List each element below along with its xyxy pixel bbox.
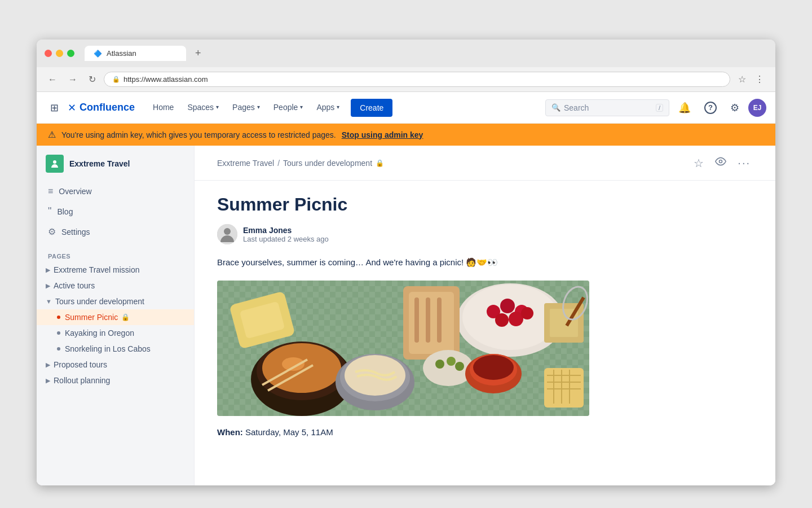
svg-rect-26 (437, 297, 442, 343)
browser-toolbar-actions: ☆ ⋮ (735, 72, 767, 87)
more-button[interactable]: ⋮ (752, 72, 767, 87)
breadcrumb-page[interactable]: Tours under development (283, 159, 372, 168)
tab-title: Atlassian (107, 49, 136, 58)
page-active-tours-label: Active tours (54, 281, 95, 290)
breadcrumb-space[interactable]: Exxtreme Travel (217, 159, 274, 168)
svg-point-31 (447, 357, 456, 366)
page-rollout-label: Rollout planning (54, 376, 110, 385)
browser-tab[interactable]: 🔷 Atlassian (85, 46, 186, 61)
tab-bar: 🔷 Atlassian + (85, 45, 767, 62)
watch-page-button[interactable] (713, 154, 729, 172)
svg-point-17 (500, 299, 515, 313)
blog-label: Blog (57, 207, 73, 216)
page-proposed-label: Proposed tours (54, 360, 107, 369)
chevron-right-icon: ▶ (46, 282, 50, 290)
svg-point-32 (455, 362, 464, 371)
sidebar-page-tours-dev[interactable]: ▼ Tours under development (37, 294, 194, 309)
blog-icon: " (48, 205, 51, 217)
browser-toolbar: ← → ↻ 🔒 https://www.atlassian.com ☆ ⋮ (37, 67, 775, 92)
new-tab-button[interactable]: + (191, 45, 206, 62)
create-button[interactable]: Create (351, 99, 392, 117)
top-nav: ⊞ ✕ Confluence Home Spaces ▾ Pages ▾ Peo (37, 92, 775, 124)
confluence-logo-icon: ✕ (68, 102, 76, 114)
svg-point-19 (495, 313, 509, 327)
sidebar-page-active-tours[interactable]: ▶ Active tours (37, 278, 194, 294)
star-page-button[interactable]: ☆ (691, 154, 706, 172)
help-button[interactable]: ? (700, 97, 721, 119)
traffic-light-red[interactable] (45, 50, 52, 57)
traffic-light-yellow[interactable] (56, 50, 63, 57)
nav-item-spaces[interactable]: Spaces ▾ (180, 92, 226, 124)
traffic-lights (45, 50, 74, 57)
sidebar-item-blog[interactable]: " Blog (37, 201, 194, 222)
more-options-button[interactable]: ··· (735, 154, 753, 172)
nav-item-apps[interactable]: Apps ▾ (310, 92, 346, 124)
chevron-right-icon: ▶ (46, 361, 50, 369)
pages-chevron-icon: ▾ (257, 104, 260, 110)
page-kayaking-label: Kayaking in Oregon (65, 329, 134, 338)
breadcrumb: Exxtreme Travel / Tours under developmen… (217, 159, 384, 168)
page-mission-label: Exxtreme Travel mission (54, 265, 139, 274)
reload-button[interactable]: ↻ (85, 72, 99, 87)
svg-point-1 (720, 160, 722, 163)
nav-item-pages[interactable]: Pages ▾ (226, 92, 267, 124)
sidebar-space-icon (46, 155, 64, 173)
tab-favicon: 🔷 (94, 50, 102, 58)
pages-section-label: PAGES (37, 246, 194, 262)
overview-label: Overview (59, 187, 91, 196)
article-meta: Emma Jones Last updated 2 weeks ago (217, 224, 657, 244)
notifications-button[interactable]: 🔔 (674, 97, 695, 119)
sidebar-pages: ▶ Exxtreme Travel mission ▶ Active tours… (37, 262, 194, 388)
svg-point-37 (473, 355, 514, 380)
search-slash-shortcut: / (656, 104, 663, 112)
admin-banner-message: You're using admin key, which gives you … (61, 130, 336, 139)
svg-rect-25 (426, 297, 430, 343)
address-bar[interactable]: 🔒 https://www.atlassian.com (104, 72, 730, 87)
svg-point-21 (521, 307, 533, 319)
bookmark-button[interactable]: ☆ (735, 72, 749, 87)
sidebar-space-header[interactable]: Exxtreme Travel (37, 146, 194, 177)
apps-grid-icon[interactable]: ⊞ (46, 97, 63, 119)
search-box[interactable]: 🔍 Search / (545, 99, 669, 116)
back-button[interactable]: ← (45, 72, 60, 87)
sidebar-space-name: Exxtreme Travel (69, 159, 130, 168)
sidebar-page-rollout[interactable]: ▶ Rollout planning (37, 373, 194, 388)
svg-point-29 (423, 350, 474, 386)
article-when: When: Saturday, May 5, 11AM (217, 427, 657, 437)
spaces-chevron-icon: ▾ (216, 104, 219, 110)
nav-item-home[interactable]: Home (146, 92, 180, 124)
author-avatar (217, 224, 237, 244)
author-name[interactable]: Emma Jones (243, 226, 329, 235)
page-lock-icon: 🔒 (121, 313, 130, 321)
sidebar-page-mission[interactable]: ▶ Exxtreme Travel mission (37, 262, 194, 278)
sidebar-page-snorkeling[interactable]: Snorkeling in Los Cabos (37, 341, 194, 357)
sidebar-page-kayaking[interactable]: Kayaking in Oregon (37, 325, 194, 341)
confluence-logo[interactable]: ✕ Confluence (68, 102, 135, 114)
bullet-icon (57, 347, 60, 351)
browser-titlebar: 🔷 Atlassian + (37, 40, 775, 67)
people-chevron-icon: ▾ (300, 104, 303, 110)
nav-items: Home Spaces ▾ Pages ▾ People ▾ Apps ▾ (146, 92, 545, 124)
sidebar-page-proposed[interactable]: ▶ Proposed tours (37, 357, 194, 373)
sidebar-page-summer-picnic[interactable]: Summer Picnic 🔒 (37, 309, 194, 325)
nav-right: 🔍 Search / 🔔 ? ⚙ EJ (545, 97, 766, 119)
settings-button[interactable]: ⚙ (726, 97, 744, 119)
forward-button[interactable]: → (65, 72, 81, 87)
when-label: When: (217, 427, 243, 437)
sidebar: Exxtreme Travel ≡ Overview " Blog ⚙ Sett… (37, 146, 195, 485)
page-summer-picnic-label: Summer Picnic (65, 313, 118, 322)
svg-point-3 (224, 228, 231, 235)
svg-point-30 (435, 360, 444, 369)
nav-item-people[interactable]: People ▾ (267, 92, 310, 124)
stop-admin-key-link[interactable]: Stop using admin key (342, 130, 423, 139)
search-placeholder: Search (564, 103, 652, 112)
sidebar-item-overview[interactable]: ≡ Overview (37, 182, 194, 201)
main-layout: Exxtreme Travel ≡ Overview " Blog ⚙ Sett… (37, 146, 775, 485)
traffic-light-green[interactable] (67, 50, 74, 57)
breadcrumb-separator: / (277, 159, 280, 168)
user-avatar[interactable]: EJ (748, 99, 766, 117)
ssl-lock-icon: 🔒 (112, 76, 120, 83)
sidebar-item-settings[interactable]: ⚙ Settings (37, 222, 194, 242)
svg-rect-38 (544, 368, 584, 408)
settings-label: Settings (61, 227, 90, 237)
